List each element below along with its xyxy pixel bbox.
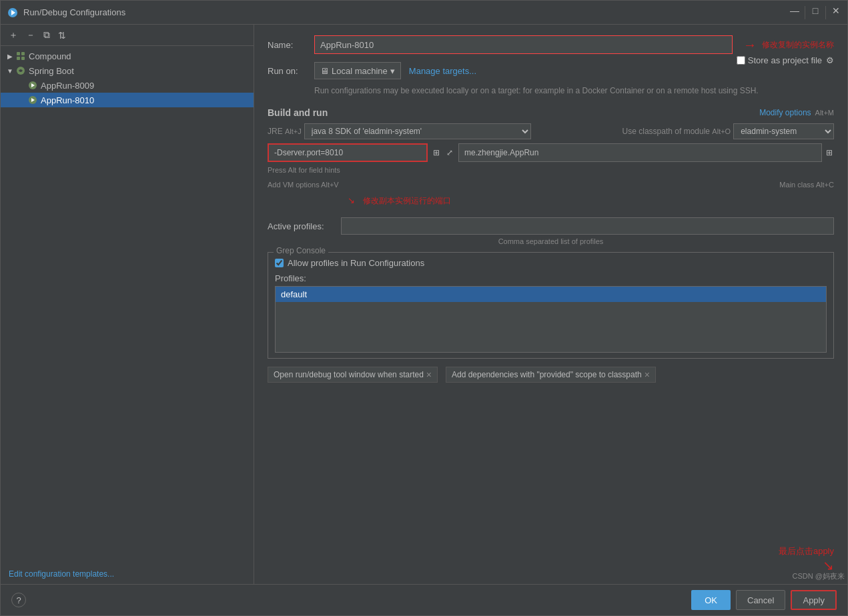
csdn-watermark: CSDN @妈夜来 (793, 571, 845, 581)
close-button[interactable]: ✕ (831, 6, 841, 15)
computer-icon: 🖥 (320, 66, 329, 76)
vm-fullscreen-button[interactable]: ⤢ (445, 147, 454, 159)
add-deps-tag: Add dependencies with "provided" scope t… (446, 367, 656, 383)
name-row: Name: → 修改复制的实例名称 (268, 35, 834, 54)
copy-config-button[interactable]: ⧉ (41, 28, 53, 42)
arrow-right-annotation: → (743, 37, 757, 53)
port-annotation-container: ↘ 修改副本实例运行的端口 (268, 195, 834, 207)
name-label: Name: (268, 40, 314, 50)
tree-item-apprun8010[interactable]: AppRun-8010 (1, 93, 254, 107)
local-machine-button[interactable]: 🖥 Local machine ▾ (314, 62, 401, 79)
svg-rect-4 (17, 57, 20, 60)
allow-profiles-row: Allow profiles in Run Configurations (275, 258, 827, 268)
modify-options-link[interactable]: Modify options (759, 108, 811, 117)
arrow-right-icon: ▶ (6, 52, 14, 60)
springboot-icon (15, 65, 26, 76)
jre-row: JRE Alt+J java 8 SDK of 'eladmin-system'… (268, 123, 834, 139)
local-machine-label: Local machine (332, 66, 388, 76)
classpath-label: Use classpath of module Alt+O (622, 127, 731, 136)
apply-annotation-text: 最后点击apply (779, 546, 834, 556)
vm-options-input[interactable] (268, 143, 428, 162)
cancel-button[interactable]: Cancel (736, 590, 785, 610)
open-window-label: Open run/debug tool window when started (274, 370, 424, 379)
copy-icon: ⧉ (43, 29, 50, 41)
move-config-button[interactable]: ⇅ (55, 29, 69, 42)
title-bar: Run/Debug Configurations — □ ✕ (1, 1, 847, 25)
active-profiles-input[interactable] (341, 217, 834, 235)
compound-label: Compound (29, 51, 71, 61)
jre-select[interactable]: java 8 SDK of 'eladmin-system' (304, 123, 531, 139)
active-profiles-label: Active profiles: (268, 221, 341, 231)
gear-icon[interactable]: ⚙ (826, 55, 834, 65)
remove-config-button[interactable]: － (23, 28, 38, 43)
build-run-area: Build and run Modify options Alt+M JRE A… (268, 107, 834, 209)
main-class-hint: Main class Alt+C (779, 181, 834, 189)
add-vm-hint: Add VM options Alt+V (268, 181, 339, 189)
allow-profiles-label: Allow profiles in Run Configurations (288, 258, 424, 268)
dialog-icon (7, 7, 18, 18)
apply-button[interactable]: Apply (791, 590, 837, 610)
tree-item-springboot[interactable]: ▼ Spring Boot (1, 63, 254, 78)
apprun8009-icon (27, 80, 38, 91)
tree-item-apprun8009[interactable]: AppRun-8009 (1, 78, 254, 93)
vm-main-row: ⊞ ⤢ ⊞ (268, 143, 834, 162)
arrow-down-icon: ▼ (6, 67, 14, 75)
grep-console-label: Grep Console (274, 246, 328, 255)
svg-rect-3 (21, 52, 25, 55)
main-class-input[interactable] (458, 143, 822, 162)
window-controls: — □ ✕ (790, 6, 841, 19)
plus-icon: ＋ (9, 29, 18, 41)
manage-targets-link[interactable]: Manage targets... (409, 66, 476, 76)
name-input[interactable] (314, 35, 733, 54)
store-project-checkbox[interactable] (737, 56, 745, 65)
left-panel: ＋ － ⧉ ⇅ ▶ Compound (1, 25, 254, 584)
grep-console-box: Grep Console Allow profiles in Run Confi… (268, 252, 834, 359)
jre-shortcut: Alt+J (285, 127, 302, 135)
minus-icon: － (26, 29, 35, 41)
config-toolbar: ＋ － ⧉ ⇅ (1, 25, 254, 46)
build-run-title: Build and run (268, 107, 328, 118)
bottom-bar: ? OK Cancel Apply (1, 584, 847, 615)
add-deps-label: Add dependencies with "provided" scope t… (452, 370, 642, 379)
springboot-label: Spring Boot (29, 66, 74, 76)
add-deps-close[interactable]: × (645, 369, 650, 380)
press-alt-hint: Press Alt for field hints (268, 166, 834, 174)
run-on-label: Run on: (268, 66, 314, 76)
compound-icon (15, 51, 26, 61)
build-run-header: Build and run Modify options Alt+M (268, 107, 834, 118)
classpath-shortcut: Alt+O (712, 127, 731, 135)
classpath-select[interactable]: eladmin-system (733, 123, 834, 139)
store-project-label: Store as project file (748, 55, 822, 65)
edit-config-link[interactable]: Edit configuration templates... (1, 564, 254, 584)
allow-profiles-checkbox[interactable] (275, 259, 284, 267)
add-config-button[interactable]: ＋ (6, 28, 21, 43)
apply-arrow-icon: ↘ (823, 558, 834, 573)
open-window-close[interactable]: × (426, 369, 432, 380)
svg-rect-2 (17, 52, 20, 55)
tree-item-compound[interactable]: ▶ Compound (1, 49, 254, 63)
active-profiles-row: Active profiles: (268, 217, 834, 235)
jre-text: JRE (268, 127, 283, 136)
vm-expand-button[interactable]: ⊞ (432, 147, 441, 159)
bottom-left-area: ? (11, 593, 26, 607)
profiles-heading: Profiles: (275, 273, 827, 283)
config-tree: ▶ Compound ▼ Spring Boot (1, 46, 254, 564)
run-debug-dialog: Run/Debug Configurations — □ ✕ ＋ － ⧉ (0, 0, 848, 616)
store-project-row: Store as project file ⚙ (737, 55, 834, 65)
ok-button[interactable]: OK (691, 590, 731, 610)
modify-options-shortcut: Alt+M (815, 109, 834, 117)
field-hints-row: Add VM options Alt+V Main class Alt+C (268, 181, 834, 189)
apprun8010-icon (27, 95, 38, 105)
right-panel: Store as project file ⚙ Name: → 修改复制的实例名… (254, 25, 847, 584)
minimize-button[interactable]: — (790, 6, 799, 15)
jre-label: JRE Alt+J (268, 127, 302, 136)
help-button[interactable]: ? (11, 593, 26, 607)
apprun8010-label: AppRun-8010 (41, 95, 94, 105)
port-annotation-text: 修改副本实例运行的端口 (363, 196, 451, 205)
store-project-checkbox-label[interactable]: Store as project file (737, 55, 822, 65)
profile-default[interactable]: default (276, 287, 826, 302)
modify-options-area: Modify options Alt+M (759, 108, 834, 117)
main-class-browse-button[interactable]: ⊞ (825, 147, 834, 159)
maximize-button[interactable]: □ (811, 6, 820, 15)
comma-hint: Comma separated list of profiles (268, 237, 834, 245)
